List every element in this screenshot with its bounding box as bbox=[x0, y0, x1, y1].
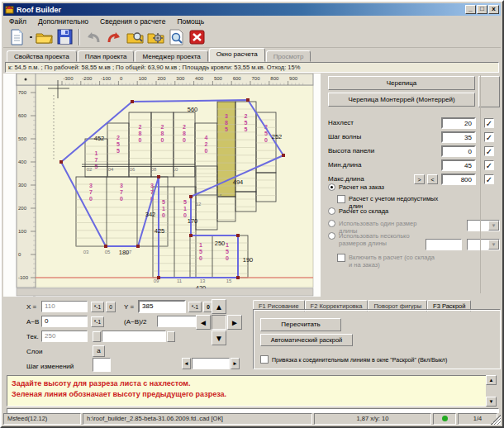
snap-checkbox[interactable] bbox=[260, 355, 269, 364]
radio-icon[interactable] bbox=[328, 220, 335, 227]
scroll-down-button[interactable]: ▼ bbox=[486, 397, 497, 407]
hslider-left[interactable]: ◄ bbox=[182, 358, 191, 369]
maximize-button[interactable]: □ bbox=[477, 5, 487, 14]
scroll-up-button[interactable]: ▲ bbox=[486, 375, 497, 385]
svg-text:400: 400 bbox=[18, 159, 27, 164]
auto-cut-button[interactable]: Автоматический раскрой bbox=[260, 334, 353, 346]
svg-text:2: 2 bbox=[139, 124, 142, 130]
svg-text:7: 7 bbox=[89, 189, 93, 195]
y-input[interactable]: 385 bbox=[138, 300, 186, 313]
menu-item-1[interactable]: Дополнительно bbox=[32, 17, 94, 26]
option-row-4[interactable]: Использовать несколькоразмеров длины▼ bbox=[328, 232, 496, 247]
hslider-track[interactable] bbox=[192, 358, 230, 369]
option-row-0[interactable]: Расчет на заказ bbox=[328, 183, 496, 191]
close-red-icon[interactable] bbox=[187, 27, 207, 46]
radio-icon[interactable] bbox=[328, 183, 335, 191]
snap-checkbox-row[interactable]: Привязка к соединительным линиям в окне … bbox=[260, 355, 447, 364]
tab-0[interactable]: Свойства проекта bbox=[7, 50, 77, 62]
x-negate-button[interactable]: *-1 bbox=[91, 302, 104, 312]
drawing-canvas[interactable]: -300-200-1000100200300400500600700800900… bbox=[3, 74, 321, 297]
svg-text:100: 100 bbox=[139, 76, 148, 81]
project-settings-icon[interactable] bbox=[145, 27, 165, 46]
param-input[interactable]: 0 bbox=[441, 145, 476, 157]
message-line-2: Зеленая линия обозначает высоту предыдущ… bbox=[12, 389, 484, 400]
param-input[interactable]: 35 bbox=[441, 131, 476, 143]
cutting-layout-svg[interactable]: -300-200-1000100200300400500600700800900… bbox=[3, 74, 321, 297]
find-project-icon[interactable] bbox=[125, 27, 145, 46]
svg-text:0: 0 bbox=[199, 255, 202, 261]
menu-item-2[interactable]: Сведения о расчете bbox=[94, 17, 171, 26]
minimize-button[interactable]: _ bbox=[465, 5, 476, 14]
ab2-label: (A~B)/2 bbox=[124, 318, 146, 326]
measurements-info-bar: к: 54,5 п.м. ; По рабочей: 58,55 м.кв ; … bbox=[5, 62, 499, 73]
layers-button[interactable]: а bbox=[93, 345, 105, 357]
option-row-2[interactable]: Расчет со склада bbox=[328, 207, 496, 215]
param-input[interactable]: 20 bbox=[441, 117, 476, 129]
tek-input[interactable]: 250 bbox=[41, 331, 88, 342]
option-input[interactable] bbox=[426, 239, 462, 250]
undo-icon[interactable] bbox=[83, 27, 103, 46]
checkbox-icon[interactable] bbox=[337, 195, 345, 203]
svg-text:8: 8 bbox=[225, 120, 228, 126]
y-negate-button[interactable]: *-1 bbox=[188, 302, 202, 312]
coordinates-panel: X = 110 *-1 0 Y = 385 *-1 0 A~B 0 *-1 (A… bbox=[3, 297, 250, 373]
profile-button[interactable]: Черепица Монтеррей (Монтеррей) bbox=[328, 93, 475, 107]
svg-text:5: 5 bbox=[225, 126, 228, 132]
recalculate-button[interactable]: Пересчитать bbox=[260, 318, 341, 331]
tab-2[interactable]: Менеджер проекта bbox=[135, 50, 207, 62]
panel-groove bbox=[480, 75, 498, 293]
svg-text:06: 06 bbox=[130, 167, 136, 172]
print-preview-icon[interactable] bbox=[166, 27, 186, 46]
svg-text:8: 8 bbox=[183, 131, 186, 136]
radio-icon[interactable] bbox=[328, 232, 335, 240]
svg-text:452: 452 bbox=[94, 135, 105, 142]
menu-item-3[interactable]: Помощь bbox=[171, 17, 210, 26]
checkbox-icon[interactable] bbox=[337, 254, 345, 262]
tek-combo-left[interactable] bbox=[93, 331, 101, 342]
x-input[interactable]: 110 bbox=[41, 301, 88, 312]
svg-text:300: 300 bbox=[176, 76, 185, 81]
ab-negate-button[interactable]: *-1 bbox=[91, 316, 104, 327]
x-zero-button[interactable]: 0 bbox=[106, 302, 116, 312]
svg-text:190: 190 bbox=[243, 256, 254, 264]
close-button[interactable]: x bbox=[488, 5, 499, 14]
svg-text:15: 15 bbox=[226, 278, 232, 283]
message-scrollbar[interactable]: ▲ ▼ bbox=[486, 375, 497, 407]
open-folder-icon[interactable] bbox=[34, 27, 54, 46]
move-up-button[interactable]: ▲ bbox=[212, 299, 226, 314]
move-right-button[interactable]: ► bbox=[227, 315, 242, 330]
option-row-5[interactable]: Включить в расчет (со склада и на заказ) bbox=[337, 254, 496, 269]
resize-grip[interactable] bbox=[491, 415, 501, 425]
save-icon[interactable] bbox=[55, 27, 74, 46]
svg-text:342: 342 bbox=[145, 211, 156, 218]
redo-icon[interactable] bbox=[104, 27, 124, 46]
move-left-button[interactable]: ◄ bbox=[196, 315, 211, 330]
step-label: Шаг изменений bbox=[26, 363, 74, 370]
material-button[interactable]: Черепица bbox=[328, 76, 475, 90]
move-down-button[interactable]: ▼ bbox=[212, 331, 226, 345]
tab-3[interactable]: Окно расчета bbox=[209, 48, 265, 62]
param-input[interactable]: 45 bbox=[441, 159, 476, 171]
param-row-3: Мин.длина45✓ bbox=[328, 159, 494, 172]
ab-input[interactable]: 0 bbox=[41, 316, 88, 327]
svg-text:-300: -300 bbox=[64, 76, 74, 81]
tek-combo[interactable] bbox=[102, 331, 166, 342]
tab-4[interactable]: Просмотр bbox=[266, 50, 311, 62]
svg-text:250: 250 bbox=[215, 240, 226, 247]
menu-item-0[interactable]: Файл bbox=[3, 17, 32, 26]
option-label: Расчет со склада bbox=[339, 207, 388, 215]
hslider-right[interactable]: ► bbox=[231, 358, 240, 369]
svg-text:-100: -100 bbox=[18, 275, 29, 280]
svg-text:3: 3 bbox=[150, 183, 154, 188]
radio-icon[interactable] bbox=[328, 207, 335, 215]
dropdown-dot-icon[interactable] bbox=[29, 36, 32, 39]
svg-text:0: 0 bbox=[183, 212, 187, 218]
new-document-icon[interactable] bbox=[7, 27, 26, 46]
svg-text:8: 8 bbox=[139, 131, 142, 136]
step-input[interactable] bbox=[93, 358, 111, 372]
y-label: Y = bbox=[124, 303, 134, 311]
param-label: Высота панели bbox=[328, 147, 374, 155]
tek-combo-right[interactable] bbox=[167, 331, 175, 342]
ab-label: A~B bbox=[26, 318, 39, 326]
tab-1[interactable]: План проекта bbox=[78, 50, 135, 62]
